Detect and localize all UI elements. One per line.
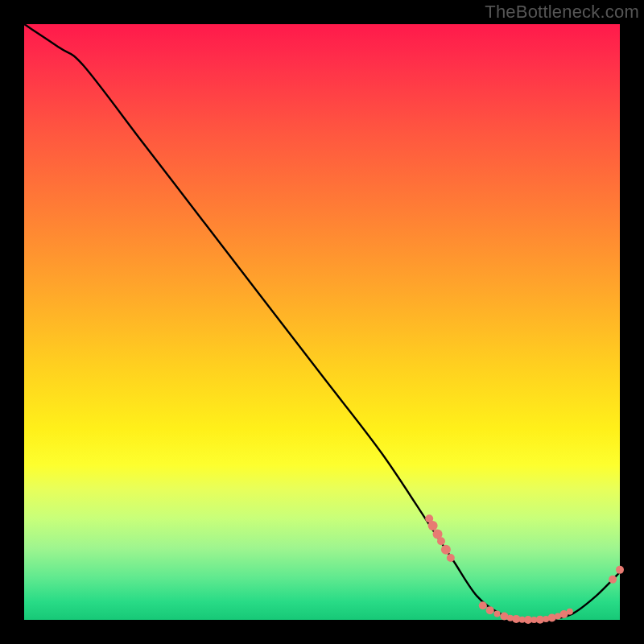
curve-markers (425, 514, 624, 624)
curve-marker (494, 611, 501, 617)
curve-marker (447, 554, 455, 562)
chart-frame: TheBottleneck.com (0, 0, 644, 644)
curve-marker (441, 545, 451, 555)
curve-marker (479, 601, 487, 609)
curve-marker (548, 613, 556, 621)
curve-marker (609, 576, 617, 584)
bottleneck-curve (24, 24, 620, 621)
curve-marker (486, 606, 494, 614)
curve-marker (616, 566, 624, 574)
curve-marker (500, 613, 508, 621)
attribution-label: TheBottleneck.com (485, 2, 639, 23)
curve-layer (24, 24, 620, 620)
plot-area (24, 24, 620, 620)
curve-marker (567, 609, 573, 615)
curve-marker (428, 521, 438, 530)
curve-marker (437, 537, 445, 545)
